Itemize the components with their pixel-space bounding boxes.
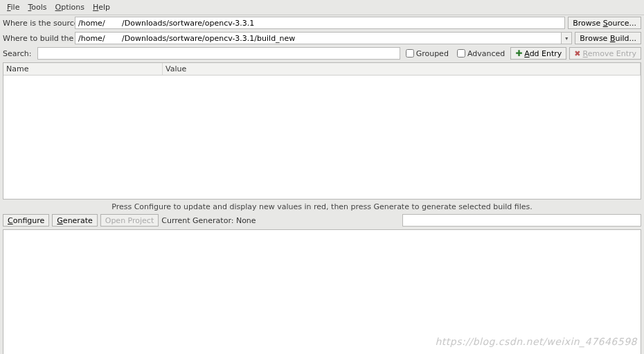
grouped-checkbox[interactable]: Grouped bbox=[403, 49, 451, 58]
action-row: Configure Generate Open Project Current … bbox=[0, 213, 644, 228]
generate-button[interactable]: Generate bbox=[52, 214, 97, 227]
hint-text: Press Configure to update and display ne… bbox=[0, 201, 644, 213]
build-row: Where to build the binaries: ▾ Browse Bu… bbox=[0, 30, 644, 46]
cross-icon: ✖ bbox=[574, 50, 580, 57]
source-path-input[interactable] bbox=[75, 17, 565, 29]
grid-body[interactable] bbox=[3, 76, 641, 199]
search-input[interactable] bbox=[37, 47, 400, 60]
grid-header: Name Value bbox=[3, 63, 641, 76]
browse-source-button[interactable]: Browse Source... bbox=[568, 17, 641, 29]
current-generator-label: Current Generator: None bbox=[161, 216, 256, 225]
plus-icon: ✚ bbox=[515, 49, 522, 57]
cache-grid: Name Value bbox=[3, 62, 641, 200]
configure-button[interactable]: Configure bbox=[3, 214, 49, 227]
output-panel[interactable] bbox=[3, 229, 641, 354]
source-row: Where is the source code: Browse Source.… bbox=[0, 15, 644, 30]
grouped-label: Grouped bbox=[416, 49, 449, 58]
menu-help[interactable]: Help bbox=[89, 1, 114, 13]
advanced-checkbox-box[interactable] bbox=[457, 49, 465, 57]
browse-build-button[interactable]: Browse Build... bbox=[575, 32, 641, 44]
grouped-checkbox-box[interactable] bbox=[406, 49, 414, 57]
chevron-down-icon[interactable]: ▾ bbox=[561, 32, 572, 44]
build-path-input[interactable] bbox=[75, 32, 561, 44]
progress-bar bbox=[402, 214, 641, 227]
menu-file[interactable]: File bbox=[3, 1, 24, 13]
build-label: Where to build the binaries: bbox=[3, 34, 72, 43]
advanced-checkbox[interactable]: Advanced bbox=[454, 49, 508, 58]
open-project-button: Open Project bbox=[100, 214, 159, 227]
menu-bar: File Tools Options Help bbox=[0, 0, 644, 15]
remove-entry-button: ✖ Remove Entry bbox=[569, 47, 641, 60]
column-name[interactable]: Name bbox=[3, 63, 163, 75]
search-label: Search: bbox=[3, 49, 35, 58]
search-row: Search: Grouped Advanced ✚ Add Entry ✖ R… bbox=[0, 46, 644, 61]
source-label: Where is the source code: bbox=[3, 19, 72, 28]
menu-tools[interactable]: Tools bbox=[24, 1, 51, 13]
build-path-combo: ▾ bbox=[75, 32, 572, 44]
add-entry-button[interactable]: ✚ Add Entry bbox=[510, 47, 566, 60]
menu-options[interactable]: Options bbox=[51, 1, 89, 13]
column-value[interactable]: Value bbox=[163, 63, 641, 75]
advanced-label: Advanced bbox=[467, 49, 505, 58]
